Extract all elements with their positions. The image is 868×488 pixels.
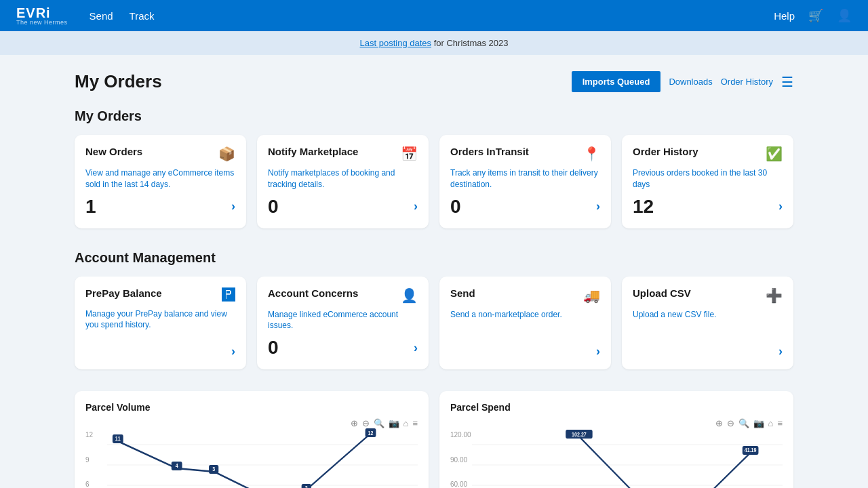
account-management-section: Account Management PrePay Balance🅿Manage… bbox=[75, 250, 793, 370]
zoom-icon[interactable]: 🔍 bbox=[738, 418, 749, 428]
card-orders-intransit[interactable]: Orders InTransit📍Track any items in tran… bbox=[439, 135, 611, 228]
card-title-order-history: Order History bbox=[633, 146, 698, 157]
card-upload-csv[interactable]: Upload CSV➕Upload a new CSV file.› bbox=[622, 277, 793, 370]
card-title-upload-csv: Upload CSV bbox=[633, 287, 691, 299]
imports-queued-button[interactable]: Imports Queued bbox=[572, 71, 661, 92]
page-header-actions: Imports Queued Downloads Order History ☰ bbox=[572, 71, 793, 92]
svg-text:11: 11 bbox=[115, 436, 121, 443]
nav-help[interactable]: Help bbox=[774, 10, 795, 22]
card-count-order-history: 12 bbox=[633, 196, 654, 218]
y-label: 120.00 bbox=[450, 431, 469, 439]
menu-button[interactable]: ☰ bbox=[781, 74, 793, 90]
card-header-orders-intransit: Orders InTransit📍 bbox=[450, 146, 600, 162]
svg-text:3: 3 bbox=[212, 466, 215, 473]
zoom-in-icon[interactable]: ⊕ bbox=[351, 418, 358, 428]
card-desc-prepay-balance: Manage your PrePay balance and view you … bbox=[85, 308, 235, 340]
card-icon-send: 🚚 bbox=[583, 287, 600, 304]
card-title-notify-marketplace: Notify Marketplace bbox=[268, 146, 358, 157]
card-header-order-history: Order History✅ bbox=[633, 146, 783, 162]
y-label: 90.00 bbox=[450, 456, 469, 464]
nav-track[interactable]: Track bbox=[130, 10, 155, 22]
card-notify-marketplace[interactable]: Notify Marketplace📅Notify marketplaces o… bbox=[257, 135, 429, 228]
zoom-out-icon[interactable]: ⊖ bbox=[727, 418, 734, 428]
christmas-banner: Last posting dates for Christmas 2023 bbox=[0, 31, 868, 55]
card-arrow-orders-intransit[interactable]: › bbox=[596, 199, 600, 214]
page-header: My Orders Imports Queued Downloads Order… bbox=[75, 71, 793, 92]
zoom-out-icon[interactable]: ⊖ bbox=[362, 418, 370, 428]
my-orders-section-title: My Orders bbox=[75, 108, 793, 124]
zoom-in-icon[interactable]: ⊕ bbox=[715, 418, 723, 428]
card-icon-orders-intransit: 📍 bbox=[583, 146, 600, 162]
card-arrow-send[interactable]: › bbox=[596, 344, 600, 359]
parcel-spend-svg-wrap: 102.27 10.68 16.8 11.79 41.19 bbox=[472, 431, 783, 488]
parcel-volume-chart: Parcel Volume ⊕ ⊖ 🔍 📷 ⌂ ≡ 12 9 6 3 bbox=[75, 391, 429, 488]
page-title: My Orders bbox=[75, 71, 162, 92]
parcel-volume-svg-wrap: 11 4 3 1 2 12 bbox=[107, 431, 418, 488]
camera-icon[interactable]: 📷 bbox=[389, 418, 399, 428]
y-label: 12 bbox=[85, 431, 104, 439]
zoom-icon[interactable]: 🔍 bbox=[374, 418, 384, 428]
card-title-send: Send bbox=[450, 287, 475, 299]
card-desc-upload-csv: Upload a new CSV file. bbox=[633, 309, 783, 340]
card-footer-prepay-balance: › bbox=[85, 344, 235, 359]
card-arrow-prepay-balance[interactable]: › bbox=[231, 344, 235, 359]
card-desc-order-history: Previous orders booked in the last 30 da… bbox=[633, 167, 783, 190]
card-arrow-order-history[interactable]: › bbox=[778, 199, 783, 214]
card-count-account-concerns: 0 bbox=[268, 337, 279, 359]
card-new-orders[interactable]: New Orders📦View and manage any eCommerce… bbox=[75, 135, 246, 228]
banner-text: for Christmas 2023 bbox=[431, 38, 508, 48]
downloads-link[interactable]: Downloads bbox=[669, 77, 712, 87]
basket-icon[interactable]: 🛒 bbox=[808, 8, 823, 23]
my-orders-cards-grid: New Orders📦View and manage any eCommerce… bbox=[75, 135, 793, 228]
card-arrow-new-orders[interactable]: › bbox=[231, 199, 235, 214]
card-count-new-orders: 1 bbox=[85, 196, 96, 218]
logo-top: EVRi bbox=[16, 6, 68, 20]
logo[interactable]: EVRi The new Hermes bbox=[16, 6, 68, 26]
card-desc-account-concerns: Manage linked eCommerce account issues. bbox=[268, 309, 418, 332]
menu-icon[interactable]: ≡ bbox=[412, 418, 418, 428]
page-container: My Orders Imports Queued Downloads Order… bbox=[61, 55, 807, 488]
parcel-spend-svg: 102.27 10.68 16.8 11.79 41.19 bbox=[472, 431, 783, 488]
chart-spend-controls: ⊕ ⊖ 🔍 📷 ⌂ ≡ bbox=[450, 418, 783, 428]
navbar-right: Help 🛒 👤 bbox=[774, 8, 852, 23]
y-label: 6 bbox=[85, 481, 104, 488]
parcel-volume-y-labels: 12 9 6 3 bbox=[85, 431, 104, 488]
card-prepay-balance[interactable]: PrePay Balance🅿Manage your PrePay balanc… bbox=[75, 277, 246, 370]
camera-icon[interactable]: 📷 bbox=[753, 418, 764, 428]
card-arrow-upload-csv[interactable]: › bbox=[778, 344, 783, 359]
y-label: 60.00 bbox=[450, 481, 469, 488]
card-arrow-account-concerns[interactable]: › bbox=[414, 341, 418, 355]
card-icon-notify-marketplace: 📅 bbox=[401, 146, 418, 162]
card-count-orders-intransit: 0 bbox=[450, 196, 461, 218]
card-icon-prepay-balance: 🅿 bbox=[222, 287, 235, 303]
card-count-notify-marketplace: 0 bbox=[268, 196, 279, 218]
order-history-link[interactable]: Order History bbox=[721, 77, 773, 87]
svg-text:12: 12 bbox=[368, 430, 374, 436]
card-header-notify-marketplace: Notify Marketplace📅 bbox=[268, 146, 418, 162]
card-header-send: Send🚚 bbox=[450, 287, 600, 304]
account-management-cards-grid: PrePay Balance🅿Manage your PrePay balanc… bbox=[75, 277, 793, 370]
home-icon[interactable]: ⌂ bbox=[768, 418, 774, 428]
parcel-spend-y-labels: 120.00 90.00 60.00 30.00 bbox=[450, 431, 469, 488]
account-management-section-title: Account Management bbox=[75, 250, 793, 266]
card-arrow-notify-marketplace[interactable]: › bbox=[414, 199, 418, 214]
last-posting-dates-link[interactable]: Last posting dates bbox=[360, 38, 432, 48]
card-icon-upload-csv: ➕ bbox=[766, 287, 783, 304]
y-label: 9 bbox=[85, 456, 104, 464]
card-footer-account-concerns: 0› bbox=[268, 337, 418, 359]
card-icon-order-history: ✅ bbox=[766, 146, 783, 162]
card-send[interactable]: Send🚚Send a non-marketplace order.› bbox=[439, 277, 611, 370]
nav-send[interactable]: Send bbox=[90, 10, 113, 22]
menu-icon[interactable]: ≡ bbox=[777, 418, 783, 428]
card-order-history[interactable]: Order History✅Previous orders booked in … bbox=[622, 135, 793, 228]
card-title-new-orders: New Orders bbox=[85, 146, 142, 157]
account-icon[interactable]: 👤 bbox=[837, 8, 852, 23]
logo-sub: The new Hermes bbox=[16, 20, 68, 26]
card-footer-send: › bbox=[450, 344, 600, 359]
card-header-account-concerns: Account Concerns👤 bbox=[268, 287, 418, 304]
card-header-prepay-balance: PrePay Balance🅿 bbox=[85, 287, 235, 303]
card-desc-orders-intransit: Track any items in transit to their deli… bbox=[450, 167, 600, 190]
card-account-concerns[interactable]: Account Concerns👤Manage linked eCommerce… bbox=[257, 277, 429, 370]
home-icon[interactable]: ⌂ bbox=[403, 418, 409, 428]
parcel-spend-title: Parcel Spend bbox=[450, 402, 783, 413]
